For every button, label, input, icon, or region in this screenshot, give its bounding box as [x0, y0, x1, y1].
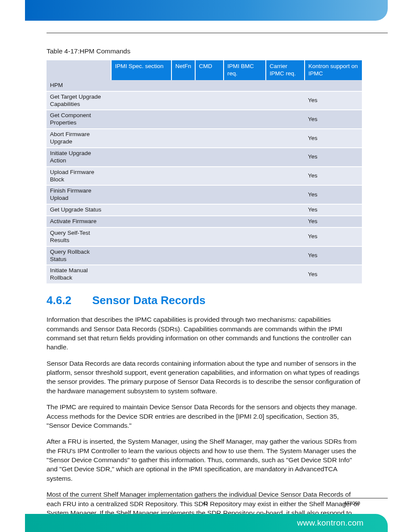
table-cell: Finish Firmware Upload — [47, 185, 111, 204]
table-cell: Yes — [305, 129, 362, 148]
table-header: Carrier IPMC req. — [266, 60, 305, 80]
table-cell — [171, 265, 195, 283]
table-row: Get Target Upgrade CapabilitiesYes — [47, 91, 362, 110]
page-content: Table 4-17:HPM Commands IPMI Spec. secti… — [47, 47, 362, 532]
table-cell — [224, 185, 266, 204]
table-cell — [195, 265, 224, 283]
table-cell: Get Component Properties — [47, 110, 111, 129]
table-cell — [171, 129, 195, 148]
table-cell — [224, 167, 266, 186]
table-header: CMD — [195, 60, 224, 80]
table-cell: Yes — [305, 91, 362, 110]
table-row: Upload Firmware BlockYes — [47, 167, 362, 186]
table-cell — [111, 246, 171, 265]
table-cell — [171, 204, 195, 216]
table-cell — [195, 80, 224, 91]
table-cell: Yes — [305, 246, 362, 265]
table-cell — [266, 80, 305, 91]
table-cell — [171, 216, 195, 227]
table-cell: Yes — [305, 110, 362, 129]
body-paragraph: The IPMC are required to maintain Device… — [47, 402, 362, 430]
table-cell — [111, 185, 171, 204]
table-cell — [224, 246, 266, 265]
table-row: Initiate Upgrade ActionYes — [47, 148, 362, 167]
table-cell — [266, 91, 305, 110]
table-cell: Initiate Upgrade Action — [47, 148, 111, 167]
table-header-row: IPMI Spec. section NetFn CMD IPMI BMC re… — [47, 60, 362, 80]
table-cell — [266, 227, 305, 246]
table-cell — [266, 185, 305, 204]
table-header: IPMI BMC req. — [224, 60, 266, 80]
table-row: Get Upgrade StatusYes — [47, 204, 362, 216]
bottom-rule — [47, 498, 388, 498]
table-cell — [266, 148, 305, 167]
table-cell — [266, 110, 305, 129]
table-cell — [195, 227, 224, 246]
table-cell — [195, 167, 224, 186]
table-cell — [224, 148, 266, 167]
table-cell: HPM — [47, 80, 111, 91]
table-cell — [111, 129, 171, 148]
hpm-commands-table: IPMI Spec. section NetFn CMD IPMI BMC re… — [47, 60, 362, 283]
top-rule — [47, 33, 388, 33]
table-cell: Yes — [305, 148, 362, 167]
table-cell — [224, 204, 266, 216]
section-title: Sensor Data Records — [92, 294, 206, 307]
table-cell: Query Rollback Status — [47, 246, 111, 265]
body-paragraph: Information that describes the IPMC capa… — [47, 315, 362, 352]
table-cell — [305, 80, 362, 91]
table-cell — [171, 110, 195, 129]
table-cell — [171, 246, 195, 265]
table-cell — [111, 148, 171, 167]
table-row: Query Rollback StatusYes — [47, 246, 362, 265]
table-cell — [266, 216, 305, 227]
body-paragraph: Sensor Data Records are data records con… — [47, 359, 362, 396]
table-header: NetFn — [171, 60, 195, 80]
table-cell — [195, 148, 224, 167]
table-cell — [224, 227, 266, 246]
table-cell: Get Target Upgrade Capabilities — [47, 91, 111, 110]
table-row: Abort Firmware UpgradeYes — [47, 129, 362, 148]
table-cell — [171, 91, 195, 110]
table-cell — [195, 216, 224, 227]
body-paragraph: After a FRU is inserted, the System Mana… — [47, 437, 362, 483]
table-cell — [171, 148, 195, 167]
table-cell — [224, 216, 266, 227]
table-cell — [224, 110, 266, 129]
table-header — [47, 60, 111, 80]
footer-bar: www.kontron.com — [25, 514, 388, 532]
table-cell — [171, 167, 195, 186]
table-cell — [195, 91, 224, 110]
table-cell: Query Self-Test Results — [47, 227, 111, 246]
table-cell — [266, 204, 305, 216]
table-cell — [171, 185, 195, 204]
table-row: Finish Firmware UploadYes — [47, 185, 362, 204]
table-row: Activate FirmwareYes — [47, 216, 362, 227]
table-cell: Initiate Manual Rollback — [47, 265, 111, 283]
table-header: Kontron support on IPMC — [305, 60, 362, 80]
section-number: 4.6.2 — [47, 294, 92, 307]
table-cell — [195, 110, 224, 129]
table-cell — [195, 246, 224, 265]
table-cell — [195, 204, 224, 216]
table-cell — [111, 167, 171, 186]
table-cell: Yes — [305, 185, 362, 204]
table-cell — [111, 91, 171, 110]
table-cell: Abort Firmware Upgrade — [47, 129, 111, 148]
table-cell — [111, 110, 171, 129]
table-row: Get Component PropertiesYes — [47, 110, 362, 129]
table-cell — [266, 167, 305, 186]
table-cell: Get Upgrade Status — [47, 204, 111, 216]
table-cell — [111, 204, 171, 216]
table-cell: Yes — [305, 265, 362, 283]
table-cell — [224, 80, 266, 91]
table-cell: Activate Firmware — [47, 216, 111, 227]
table-cell: Upload Firmware Block — [47, 167, 111, 186]
table-cell — [266, 129, 305, 148]
table-cell — [111, 216, 171, 227]
table-cell — [224, 265, 266, 283]
table-cell: Yes — [305, 227, 362, 246]
table-row: Initiate Manual RollbackYes — [47, 265, 362, 283]
table-cell — [111, 227, 171, 246]
table-cell — [224, 129, 266, 148]
